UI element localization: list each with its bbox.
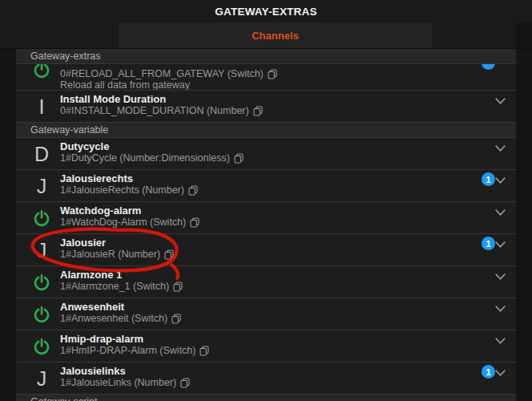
power-icon <box>33 209 50 227</box>
copy-icon[interactable] <box>164 249 174 260</box>
power-icon <box>33 63 50 79</box>
power-icon <box>33 306 50 323</box>
section-header: Gateway-extras <box>16 49 516 63</box>
channel-label: Jalousier <box>60 237 480 249</box>
channel-row[interactable]: Watchdog-alarm 1#WatchDog-Alarm (Switch) <box>16 201 516 233</box>
channel-row[interactable]: Anwesenheit 1#Anwesenheit (Switch) <box>16 298 516 330</box>
power-icon <box>33 338 50 355</box>
chevron-down-icon[interactable] <box>495 241 506 249</box>
channel-uid-line: 0#INSTALL_MODE_DURATION (Number) <box>60 105 480 116</box>
channel-letter-icon: I <box>39 97 45 116</box>
channel-uid-line: 1#Anwesenheit (Switch) <box>60 313 480 324</box>
channel-letter-icon: J <box>37 176 47 196</box>
chevron-down-icon[interactable] <box>495 306 506 313</box>
channel-uid: 1#WatchDog-Alarm (Switch) <box>60 217 186 228</box>
channel-label: Anwesenheit <box>60 302 480 313</box>
channel-row[interactable]: 0#RELOAD_ALL_FROM_GATEWAY (Switch) Reloa… <box>16 63 516 90</box>
copy-icon[interactable] <box>253 106 263 116</box>
channel-letter-icon: J <box>37 369 47 388</box>
channel-letter-icon: J <box>37 241 47 260</box>
copy-icon[interactable] <box>171 314 181 324</box>
channel-uid: 0#INSTALL_MODE_DURATION (Number) <box>60 105 249 116</box>
channel-row[interactable]: J Jalousier 1#JalousieR (Number) 1 <box>16 233 516 265</box>
copy-icon[interactable] <box>188 185 198 196</box>
copy-icon[interactable] <box>234 153 244 164</box>
power-icon <box>33 273 50 291</box>
channel-uid: 1#JalousieR (Number) <box>60 249 160 260</box>
chevron-down-icon[interactable] <box>495 145 506 152</box>
channel-label: Install Mode Duration <box>60 94 480 105</box>
chevron-down-icon[interactable] <box>495 177 506 184</box>
channel-label: Watchdog-alarm <box>60 205 480 217</box>
tab-bar-edge <box>516 22 532 48</box>
copy-icon[interactable] <box>190 217 200 228</box>
channel-uid-line: 1#DutyCycle (Number:Dimensionless) <box>60 152 480 164</box>
channel-label: Jalousierechts <box>60 173 480 184</box>
copy-icon[interactable] <box>200 346 209 356</box>
tab-channels-label: Channels <box>252 30 299 42</box>
copy-icon[interactable] <box>173 282 183 292</box>
channel-label: Alarmzone 1 <box>60 269 480 281</box>
channel-uid: 1#JalousieLinks (Number) <box>60 377 176 388</box>
channel-uid-line: 1#JalousieLinks (Number) <box>60 377 480 388</box>
channel-uid-line: 1#Alarmzone_1 (Switch) <box>60 281 480 292</box>
linked-items-badge: 1 <box>482 365 495 379</box>
chevron-down-icon[interactable] <box>495 209 506 217</box>
channel-row[interactable]: D Dutycycle 1#DutyCycle (Number:Dimensio… <box>16 137 516 169</box>
channel-uid: 1#Anwesenheit (Switch) <box>60 313 167 324</box>
chevron-down-icon[interactable] <box>495 338 506 345</box>
channel-uid: 1#DutyCycle (Number:Dimensionless) <box>60 152 230 164</box>
tab-channels[interactable]: Channels <box>119 22 432 48</box>
chevron-down-icon[interactable] <box>495 98 506 105</box>
tab-segment-right[interactable] <box>432 22 516 48</box>
channel-label: Hmip-drap-alarm <box>60 334 480 345</box>
channel-uid-line: 1#JalousieR (Number) <box>60 249 480 260</box>
channel-list: Gateway-extras 0#RELOAD_ALL_FROM_GATEWAY… <box>16 49 516 401</box>
section-header-label: Gateway-extras <box>30 51 101 62</box>
channel-label: Jalousielinks <box>60 366 480 377</box>
chevron-down-icon[interactable] <box>495 370 506 377</box>
tab-bar: Channels <box>0 22 532 49</box>
channel-uid: 1#HmIP-DRAP-Alarm (Switch) <box>60 345 195 356</box>
channel-uid-line: 0#RELOAD_ALL_FROM_GATEWAY (Switch) <box>60 68 480 79</box>
linked-items-badge: 1 <box>482 172 495 186</box>
linked-items-badge: 1 <box>482 237 495 250</box>
channel-row[interactable]: Alarmzone 1 1#Alarmzone_1 (Switch) <box>16 265 516 298</box>
channel-uid-line: 1#WatchDog-Alarm (Switch) <box>60 217 480 228</box>
channel-uid: 1#JalousieRechts (Number) <box>60 184 184 196</box>
chevron-down-icon[interactable] <box>495 273 506 281</box>
channel-uid-line: 1#JalousieRechts (Number) <box>60 184 480 196</box>
copy-icon[interactable] <box>180 378 190 388</box>
channel-uid-line: 1#HmIP-DRAP-Alarm (Switch) <box>60 345 480 356</box>
channel-row[interactable]: Hmip-drap-alarm 1#HmIP-DRAP-Alarm (Switc… <box>16 330 516 362</box>
copy-icon[interactable] <box>268 69 277 79</box>
channel-row[interactable]: J Jalousierechts 1#JalousieRechts (Numbe… <box>16 169 516 201</box>
channel-letter-icon: D <box>34 144 49 164</box>
channel-row[interactable]: I Install Mode Duration 0#INSTALL_MODE_D… <box>16 90 516 122</box>
channel-description: Reload all data from gateway <box>60 79 480 90</box>
top-navbar: GATEWAY-EXTRAS <box>0 0 532 22</box>
channel-row[interactable]: J Jalousielinks 1#JalousieLinks (Number)… <box>16 362 516 394</box>
channel-uid: 0#RELOAD_ALL_FROM_GATEWAY (Switch) <box>60 68 264 79</box>
page-title: GATEWAY-EXTRAS <box>215 6 316 18</box>
linked-items-badge <box>482 63 495 70</box>
channel-uid: 1#Alarmzone_1 (Switch) <box>60 281 169 292</box>
channel-label: Dutycycle <box>60 141 480 152</box>
tab-segment-left[interactable] <box>0 22 119 48</box>
